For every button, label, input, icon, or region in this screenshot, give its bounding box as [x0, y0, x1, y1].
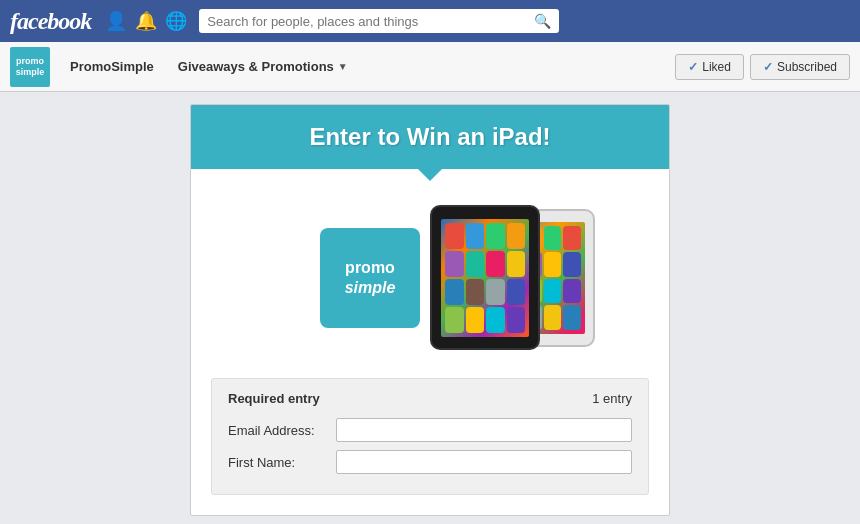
search-input[interactable] [207, 14, 534, 29]
ipad-black-screen [441, 219, 529, 337]
page-navbar: promo simple PromoSimple Giveaways & Pro… [0, 42, 860, 92]
page-actions: ✓ Liked ✓ Subscribed [675, 54, 850, 80]
liked-check-icon: ✓ [688, 60, 698, 74]
liked-button[interactable]: ✓ Liked [675, 54, 744, 80]
dropdown-arrow-icon: ▼ [338, 61, 348, 72]
content-card: Enter to Win an iPad! promo simple [190, 104, 670, 516]
firstname-label: First Name: [228, 455, 328, 470]
email-label: Email Address: [228, 423, 328, 438]
ipad-illustration [430, 205, 540, 350]
main-content: Enter to Win an iPad! promo simple [0, 92, 860, 524]
messages-icon[interactable]: 🔔 [135, 10, 157, 32]
firstname-row: First Name: [228, 450, 632, 474]
firstname-input[interactable] [336, 450, 632, 474]
page-logo-text: promo simple [16, 56, 45, 78]
email-row: Email Address: [228, 418, 632, 442]
form-section: Required entry 1 entry Email Address: Fi… [211, 378, 649, 495]
subscribed-check-icon: ✓ [763, 60, 773, 74]
globe-icon[interactable]: 🌐 [165, 10, 187, 32]
card-header: Enter to Win an iPad! [191, 105, 669, 169]
facebook-navbar: facebook 👤 🔔 🌐 🔍 [0, 0, 860, 42]
form-header-entry: 1 entry [592, 391, 632, 406]
tab-promosimple[interactable]: PromoSimple [58, 51, 166, 82]
ipad-black [430, 205, 540, 350]
form-header-required: Required entry [228, 391, 320, 406]
page-logo: promo simple [10, 47, 50, 87]
search-bar[interactable]: 🔍 [199, 9, 559, 33]
form-header: Required entry 1 entry [228, 391, 632, 406]
tab-giveaways[interactable]: Giveaways & Promotions ▼ [166, 51, 360, 82]
promo-badge-text: promo simple [345, 258, 396, 296]
search-icon[interactable]: 🔍 [534, 13, 551, 29]
card-title: Enter to Win an iPad! [211, 123, 649, 151]
facebook-logo: facebook [10, 8, 91, 35]
illustration: promo simple [320, 205, 540, 350]
promo-badge: promo simple [320, 228, 420, 328]
card-body: promo simple [191, 169, 669, 515]
email-input[interactable] [336, 418, 632, 442]
subscribed-button[interactable]: ✓ Subscribed [750, 54, 850, 80]
friends-icon[interactable]: 👤 [105, 10, 127, 32]
